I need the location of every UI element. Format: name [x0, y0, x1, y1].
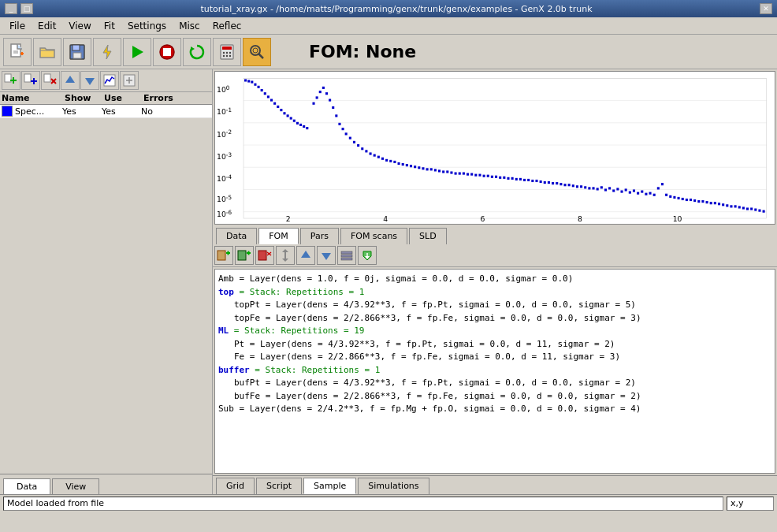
svg-point-15: [223, 51, 225, 53]
svg-rect-78: [303, 125, 305, 128]
svg-marker-207: [322, 253, 331, 260]
tab-grid[interactable]: Grid: [216, 478, 255, 494]
svg-rect-178: [701, 200, 704, 203]
menu-edit[interactable]: Edit: [32, 19, 62, 33]
svg-rect-149: [584, 186, 586, 188]
svg-rect-136: [531, 180, 533, 182]
restart-fit-button[interactable]: [183, 38, 211, 66]
svg-point-16: [226, 51, 228, 53]
stack-button[interactable]: [337, 246, 356, 265]
svg-rect-159: [625, 188, 627, 191]
svg-rect-150: [588, 187, 590, 189]
svg-rect-153: [600, 186, 603, 188]
move-up-button[interactable]: [61, 71, 80, 90]
calculate-button[interactable]: [213, 38, 241, 66]
move-down-script-button[interactable]: [317, 246, 336, 265]
delete-item-button[interactable]: [255, 246, 274, 265]
dataset-use: Yes: [102, 106, 141, 117]
svg-rect-148: [580, 185, 582, 188]
open-button[interactable]: [33, 38, 61, 66]
plot-tab-bar: Data FOM Pars FOM scans SLD: [213, 226, 777, 244]
win-close[interactable]: ✕: [760, 3, 772, 14]
menu-file[interactable]: File: [3, 19, 32, 33]
svg-rect-185: [730, 205, 732, 207]
svg-rect-79: [306, 127, 308, 129]
remove-button[interactable]: [41, 71, 60, 90]
script-toolbar: [213, 244, 777, 267]
svg-rect-141: [552, 182, 554, 184]
svg-rect-193: [763, 210, 765, 213]
script-area[interactable]: Amb = Layer(dens = 1.0, f = 0j, sigmai =…: [214, 269, 775, 474]
tab-data[interactable]: Data: [3, 478, 50, 494]
svg-rect-115: [446, 170, 448, 173]
svg-rect-94: [361, 147, 363, 150]
simulate-button[interactable]: [93, 38, 121, 66]
svg-rect-188: [742, 206, 745, 209]
svg-rect-138: [540, 180, 542, 183]
add-dataset-button[interactable]: [2, 71, 20, 90]
svg-rect-100: [385, 159, 388, 162]
svg-rect-164: [645, 193, 647, 195]
svg-rect-122: [474, 174, 477, 177]
new-button[interactable]: [3, 38, 32, 66]
move-down-button[interactable]: [80, 71, 99, 90]
svg-rect-88: [338, 123, 340, 125]
tab-plot-data[interactable]: Data: [216, 228, 257, 244]
svg-rect-157: [616, 188, 619, 190]
svg-rect-192: [758, 210, 760, 212]
tab-plot-fomscans[interactable]: FOM scans: [340, 228, 407, 244]
svg-marker-33: [65, 76, 75, 83]
svg-marker-8: [103, 45, 111, 59]
dataset-show: Yes: [62, 106, 102, 117]
stop-fit-button[interactable]: [153, 38, 181, 66]
svg-rect-146: [572, 184, 574, 187]
tab-plot-sld[interactable]: SLD: [409, 228, 447, 244]
tab-view[interactable]: View: [52, 478, 99, 494]
dataset-errors: No: [141, 106, 188, 117]
find-button[interactable]: [243, 38, 271, 66]
svg-rect-168: [661, 183, 664, 185]
add-param-button[interactable]: [214, 246, 233, 265]
svg-text:8: 8: [578, 214, 582, 223]
svg-rect-155: [608, 187, 611, 189]
svg-rect-147: [576, 185, 578, 188]
add-item-button[interactable]: [235, 246, 254, 265]
save-button[interactable]: [63, 38, 91, 66]
svg-rect-184: [726, 204, 728, 206]
recalc-button[interactable]: [120, 71, 139, 90]
menu-misc[interactable]: Misc: [173, 19, 206, 33]
export-script-button[interactable]: [358, 246, 377, 265]
tab-sample[interactable]: Sample: [303, 478, 356, 494]
svg-rect-152: [597, 188, 599, 190]
win-maximize[interactable]: □: [20, 3, 33, 14]
tab-plot-fom[interactable]: FOM: [258, 228, 298, 244]
add-button[interactable]: [21, 71, 40, 90]
menu-reflec[interactable]: Reflec: [206, 19, 248, 33]
tab-script[interactable]: Script: [256, 478, 302, 494]
script-line-6: Pt = Layer(dens = 4/3.92**3, f = fp.Pt, …: [218, 338, 771, 352]
svg-point-20: [229, 54, 231, 56]
svg-point-19: [226, 54, 228, 56]
svg-rect-180: [710, 202, 712, 204]
svg-rect-14: [222, 47, 232, 50]
win-minimize[interactable]: _: [5, 3, 17, 14]
svg-rect-98: [377, 156, 380, 158]
menu-fit[interactable]: Fit: [98, 19, 121, 33]
plot-button[interactable]: [100, 71, 119, 90]
start-fit-button[interactable]: [123, 38, 151, 66]
move-item-button[interactable]: [276, 246, 295, 265]
move-up-script-button[interactable]: [296, 246, 315, 265]
svg-line-22: [259, 54, 264, 58]
svg-text:10: 10: [673, 214, 682, 223]
svg-rect-76: [296, 122, 299, 125]
tab-simulations[interactable]: Simulations: [358, 478, 429, 494]
svg-rect-75: [293, 120, 296, 122]
col-use-header: Use: [104, 93, 143, 103]
tab-plot-pars[interactable]: Pars: [300, 228, 339, 244]
svg-rect-123: [478, 174, 481, 177]
svg-rect-89: [342, 128, 344, 130]
svg-rect-162: [637, 192, 639, 195]
menu-settings[interactable]: Settings: [121, 19, 173, 33]
menu-view[interactable]: View: [62, 19, 97, 33]
table-row[interactable]: Spec... Yes Yes No: [0, 105, 212, 118]
